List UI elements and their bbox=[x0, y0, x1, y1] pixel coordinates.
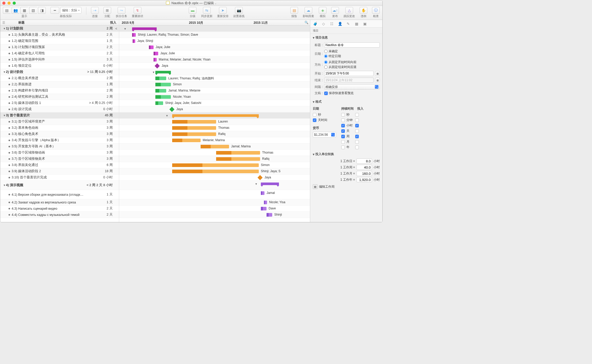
gantt-row[interactable]: ▼ bbox=[119, 69, 310, 75]
view-calendar-button[interactable]: ▦ bbox=[20, 7, 28, 14]
group-row[interactable]: ▼4) 演示视频< 2 周 2 天 8 小时 bbox=[0, 181, 119, 190]
disclosure-triangle[interactable]: ▼ bbox=[3, 27, 6, 30]
dur-year[interactable] bbox=[341, 146, 345, 149]
milestone-diamond[interactable] bbox=[169, 107, 174, 112]
task-bar[interactable] bbox=[261, 207, 267, 210]
task-bar[interactable] bbox=[154, 52, 158, 55]
task-row[interactable]: 4.1) Версия сборки для видеозахвата (отл… bbox=[0, 190, 119, 199]
view-network-button[interactable]: ▧ bbox=[29, 7, 37, 14]
gantt-row[interactable]: ▼ bbox=[119, 181, 310, 190]
inspector-tab-resource[interactable]: 👤 bbox=[337, 21, 343, 27]
gantt-row[interactable]: Jamal; Marina; Melanie bbox=[119, 88, 310, 94]
start-calendar-icon[interactable]: ▦ bbox=[375, 71, 380, 76]
disclosure-triangle[interactable]: ▼ bbox=[3, 114, 6, 117]
interval-select[interactable]: 精确安排⌃⌄ bbox=[324, 84, 380, 89]
project-title-input[interactable] bbox=[324, 42, 380, 48]
task-row[interactable]: 3.6) 首个区域怪物动画3 周 bbox=[0, 150, 119, 156]
effort-column-header[interactable]: 投入 bbox=[88, 20, 119, 25]
task-bar[interactable] bbox=[267, 213, 272, 217]
quicklook-checkbox[interactable]: ✓ 保存快速查看预览 bbox=[324, 91, 354, 95]
group-disclosure[interactable]: ▼ bbox=[255, 183, 257, 185]
task-bar[interactable] bbox=[132, 33, 136, 37]
task-row[interactable]: 3.3) 核心角色美术3 周 bbox=[0, 131, 119, 137]
inspector-tab-columns[interactable]: ▦ bbox=[354, 21, 359, 27]
fmt-daytime-check[interactable]: ✓天时间 bbox=[313, 118, 336, 122]
eff-year[interactable] bbox=[355, 146, 359, 149]
gantt-row[interactable]: Jamal; Marina bbox=[119, 143, 310, 150]
group-disclosure[interactable]: ▼ bbox=[152, 71, 155, 74]
summary-bar[interactable] bbox=[132, 27, 157, 30]
task-row[interactable]: 2.3) 构建样本引擎内项目2 周 bbox=[0, 88, 119, 94]
title-column-header[interactable]: 标题 bbox=[7, 20, 88, 25]
publish-button[interactable]: ☁↑ bbox=[331, 7, 339, 14]
task-row[interactable]: 4.2) Захват кадров из вертикального срез… bbox=[0, 199, 119, 206]
task-row[interactable]: 3.9) 媒体活动阶段 218 周 bbox=[0, 168, 119, 175]
gantt-row[interactable]: Shinji; Lauren; Rafiq; Thomas; Simon; Da… bbox=[119, 32, 310, 38]
violations-button[interactable]: ✋ bbox=[360, 7, 367, 14]
task-row[interactable]: 1.5) 评估并选择中间件3 天 bbox=[0, 57, 119, 63]
task-row[interactable]: 3.1) 首个区域环境资产3 周 bbox=[0, 119, 119, 125]
gantt-row[interactable]: Nicole; Yisan bbox=[119, 94, 310, 100]
timeline-header[interactable]: 2015 9月 2015 10月 2015 11月 🔍 bbox=[119, 20, 310, 26]
direction-forward-radio[interactable]: 从固定开始时间向前 bbox=[324, 60, 356, 64]
eff-day[interactable] bbox=[355, 129, 359, 133]
sync-button[interactable]: ⇆ bbox=[203, 7, 211, 14]
task-bar[interactable] bbox=[172, 120, 216, 124]
eff-month[interactable] bbox=[355, 140, 359, 144]
gantt-row[interactable]: Dave bbox=[119, 206, 310, 212]
dur-hour[interactable]: ✓ bbox=[341, 124, 345, 127]
task-bar[interactable] bbox=[216, 157, 260, 161]
fmt-sec-check[interactable]: 秒 bbox=[313, 112, 336, 117]
gantt-row[interactable]: Jaya bbox=[119, 106, 310, 112]
gantt-row[interactable]: Thomas bbox=[119, 125, 310, 131]
task-bar[interactable] bbox=[155, 101, 163, 105]
gantt-row[interactable]: Jaya bbox=[119, 63, 310, 69]
eff-week[interactable]: ✓ bbox=[355, 135, 359, 138]
gantt-row[interactable]: ▼ bbox=[119, 112, 310, 119]
view-styles-button[interactable]: ◨ bbox=[38, 7, 46, 14]
gantt-row[interactable]: Lauren; Thomas; Rafiq; 油画颜料 bbox=[119, 75, 310, 81]
gantt-row[interactable]: Lauren bbox=[119, 119, 310, 125]
task-row[interactable]: 1.1) 头脑风暴主题，受众，美术风格2 天 bbox=[0, 32, 119, 38]
direction-backward-radio[interactable]: 从固定结束时间后退 bbox=[324, 65, 356, 69]
nav-arrow-icon[interactable]: < bbox=[115, 27, 119, 31]
task-bar[interactable] bbox=[149, 46, 154, 49]
dur-sec[interactable] bbox=[341, 113, 345, 117]
inspector-tab-task[interactable]: ☷ bbox=[329, 21, 335, 27]
task-bar[interactable] bbox=[155, 89, 166, 93]
view-outline-button[interactable]: ▤ bbox=[3, 7, 11, 14]
task-bar[interactable] bbox=[155, 95, 171, 99]
gantt-body[interactable]: ▼Shinji; Lauren; Rafiq; Thomas; Simon; D… bbox=[119, 26, 310, 222]
summary-bar[interactable] bbox=[172, 114, 259, 117]
task-row[interactable]: 3.4) 开发战斗引擎（Alpha 版本）3 周 bbox=[0, 137, 119, 143]
task-row[interactable]: 2.2) 界面推进1 周 bbox=[0, 81, 119, 88]
dur-week[interactable]: ✓ bbox=[341, 135, 345, 138]
gantt-row[interactable]: Nicole; Yisa bbox=[119, 199, 310, 206]
currency-select[interactable]: $1,234.56⌃⌄ bbox=[313, 132, 336, 138]
task-bar[interactable] bbox=[172, 132, 216, 136]
report-button[interactable]: ▤ bbox=[290, 7, 298, 14]
task-row[interactable]: 1.6) 项目定位0 小时 bbox=[0, 63, 119, 69]
task-bar[interactable] bbox=[172, 170, 259, 173]
task-bar[interactable] bbox=[155, 83, 171, 86]
task-row[interactable]: 2.1) 概念美术推进2 周 bbox=[0, 75, 119, 81]
task-bar[interactable] bbox=[172, 126, 216, 130]
simulate-button[interactable]: ◈ bbox=[319, 7, 327, 14]
level-button[interactable]: ▬ bbox=[189, 7, 196, 14]
task-row[interactable]: 3.7) 首个区域怪物美术3 周 bbox=[0, 156, 119, 162]
inspector-tab-styles[interactable]: ✎ bbox=[345, 21, 351, 27]
connect-button[interactable]: ⇢ bbox=[91, 7, 99, 14]
summary-bar[interactable] bbox=[261, 183, 279, 185]
milestone-diamond[interactable] bbox=[257, 175, 263, 180]
task-bar[interactable] bbox=[172, 163, 259, 167]
dur-month[interactable] bbox=[341, 140, 345, 144]
summary-bar[interactable] bbox=[155, 71, 171, 73]
task-row[interactable]: 1.4) 确定承包人可用性2 天 bbox=[0, 50, 119, 57]
gantt-row[interactable]: Jamal bbox=[119, 190, 310, 199]
task-bar[interactable] bbox=[261, 191, 264, 195]
group-row[interactable]: ▼2) 设计阶段> 11 周 0.25 小时 bbox=[0, 69, 119, 75]
task-row[interactable]: 3.8) 界面美化通过6 周 bbox=[0, 162, 119, 168]
gantt-row[interactable]: ▼ bbox=[119, 26, 310, 32]
track-changes-button[interactable]: △ bbox=[345, 7, 353, 14]
gantt-row[interactable]: Jaya bbox=[119, 175, 310, 181]
